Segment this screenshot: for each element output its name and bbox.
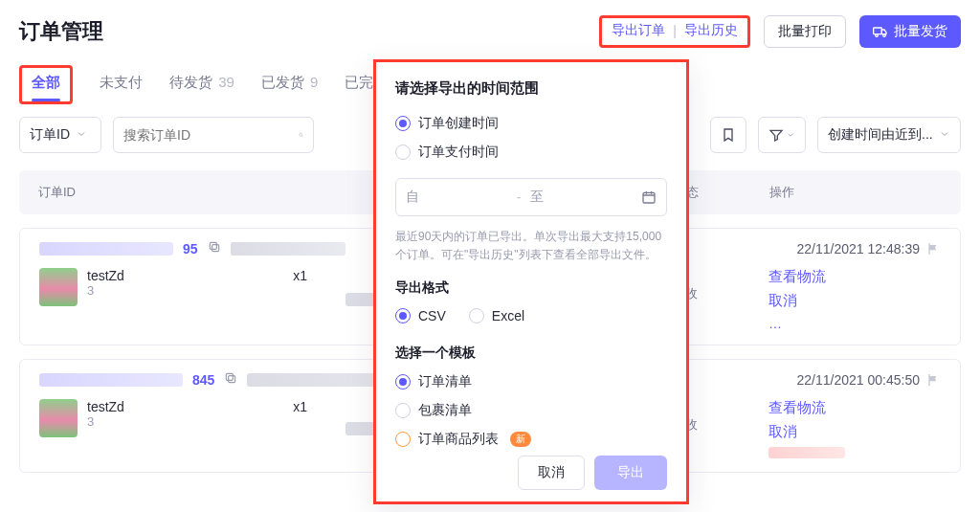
modal-export-button[interactable]: 导出 [594, 456, 667, 490]
new-badge: 新 [510, 432, 531, 447]
radio-label: 订单清单 [418, 373, 472, 390]
th-order-id: 订单ID [38, 184, 345, 201]
redacted-id [39, 373, 183, 387]
view-logistics-link[interactable]: 查看物流 [768, 268, 941, 286]
radio-label: CSV [418, 308, 446, 323]
radio-tpl-package[interactable]: 包裹清单 [395, 402, 667, 419]
svg-rect-7 [227, 373, 234, 380]
bookmark-icon [721, 127, 736, 143]
radio-label: 订单支付时间 [418, 144, 499, 161]
redacted-text [231, 242, 345, 256]
radio-pay-time[interactable]: 订单支付时间 [395, 144, 667, 161]
order-id-suffix[interactable]: 845 [192, 372, 214, 388]
filter-button[interactable] [758, 117, 806, 153]
order-timestamp: 22/11/2021 00:45:50 [797, 372, 920, 388]
svg-rect-4 [212, 245, 218, 252]
order-timestamp: 22/11/2021 12:48:39 [797, 241, 920, 256]
product-name[interactable]: testZd [87, 268, 124, 283]
copy-icon[interactable] [208, 240, 221, 256]
sort-select[interactable]: 创建时间由近到... [817, 117, 961, 153]
radio-icon [395, 432, 411, 447]
redacted-id [39, 242, 173, 256]
cancel-link[interactable]: 取消 [768, 423, 941, 441]
cancel-link[interactable]: 取消 [768, 292, 941, 310]
modal-help-text: 最近90天内的订单已导出。单次导出最大支持15,000个订单。可在"导出历史"列… [395, 228, 667, 264]
radio-csv[interactable]: CSV [395, 308, 446, 323]
flag-icon[interactable] [925, 241, 941, 256]
page-title: 订单管理 [19, 17, 599, 46]
export-highlight-box: 导出订单 | 导出历史 [599, 15, 750, 48]
export-orders-link[interactable]: 导出订单 [612, 22, 665, 39]
bulk-ship-button[interactable]: 批量发货 [859, 15, 961, 48]
product-thumb [39, 399, 78, 437]
tab-to-ship[interactable]: 待发货 39 [169, 74, 234, 101]
redacted-action [768, 447, 845, 458]
radio-icon [395, 374, 411, 390]
tab-shipped[interactable]: 已发货 9 [261, 74, 319, 101]
date-to: 至 [530, 189, 632, 206]
product-thumb [39, 268, 78, 306]
svg-point-3 [300, 133, 302, 136]
svg-point-2 [883, 34, 886, 37]
more-actions[interactable]: … [768, 316, 784, 331]
export-history-link[interactable]: 导出历史 [684, 22, 738, 39]
radio-excel[interactable]: Excel [469, 308, 524, 323]
chevron-down-icon [76, 127, 87, 143]
svg-point-1 [876, 34, 879, 37]
th-ops: 操作 [769, 184, 942, 201]
id-type-select[interactable]: 订单ID [19, 117, 101, 153]
svg-rect-5 [210, 242, 216, 249]
date-from: 自 [406, 189, 507, 206]
bookmark-button[interactable] [710, 117, 746, 153]
svg-rect-6 [229, 376, 235, 383]
divider: | [673, 23, 677, 38]
modal-cancel-button[interactable]: 取消 [518, 456, 585, 490]
tab-shipped-count: 9 [310, 74, 318, 90]
flag-icon[interactable] [925, 372, 941, 388]
radio-icon [395, 403, 411, 418]
svg-rect-0 [874, 28, 882, 34]
format-section-title: 导出格式 [395, 279, 667, 297]
bulk-print-button[interactable]: 批量打印 [764, 15, 846, 48]
export-modal: 请选择导出的时间范围 订单创建时间 订单支付时间 自 - 至 最近90天内的订单… [373, 59, 689, 504]
chevron-down-icon [786, 130, 795, 140]
filter-icon [768, 127, 784, 143]
template-section-title: 选择一个模板 [395, 345, 667, 362]
order-id-suffix[interactable]: 95 [183, 241, 198, 256]
product-name[interactable]: testZd [87, 399, 124, 414]
radio-tpl-order[interactable]: 订单清单 [395, 373, 667, 390]
view-logistics-link[interactable]: 查看物流 [768, 399, 941, 417]
radio-label: 订单商品列表 [418, 431, 499, 448]
radio-icon [395, 308, 411, 323]
date-range-input[interactable]: 自 - 至 [395, 178, 667, 216]
sort-label: 创建时间由近到... [828, 126, 933, 144]
radio-tpl-products[interactable]: 订单商品列表 新 [395, 431, 667, 448]
product-qty: x1 [293, 399, 345, 414]
product-qty: x1 [293, 268, 345, 283]
svg-rect-8 [643, 192, 655, 203]
radio-icon [469, 308, 484, 323]
radio-create-time[interactable]: 订单创建时间 [395, 115, 667, 132]
radio-label: 订单创建时间 [418, 115, 499, 132]
truck-icon [873, 24, 888, 39]
search-box[interactable] [113, 117, 314, 153]
radio-label: 包裹清单 [418, 402, 472, 419]
tab-shipped-label: 已发货 [261, 74, 304, 90]
radio-icon [395, 145, 411, 160]
product-sub: 3 [87, 414, 124, 429]
search-icon [299, 127, 303, 143]
product-sub: 3 [87, 283, 124, 298]
tab-unpaid[interactable]: 未支付 [100, 74, 143, 101]
modal-title: 请选择导出的时间范围 [395, 79, 667, 98]
tab-to-ship-count: 39 [218, 74, 234, 90]
tab-all[interactable]: 全部 [32, 74, 60, 101]
copy-icon[interactable] [224, 371, 237, 388]
tab-to-ship-label: 待发货 [169, 74, 212, 90]
radio-label: Excel [492, 308, 524, 323]
radio-icon [395, 116, 411, 131]
id-type-label: 订单ID [30, 126, 70, 144]
search-input[interactable] [123, 127, 291, 143]
bulk-ship-label: 批量发货 [894, 23, 947, 40]
calendar-icon [641, 189, 657, 205]
tab-highlight-box: 全部 [19, 65, 73, 104]
